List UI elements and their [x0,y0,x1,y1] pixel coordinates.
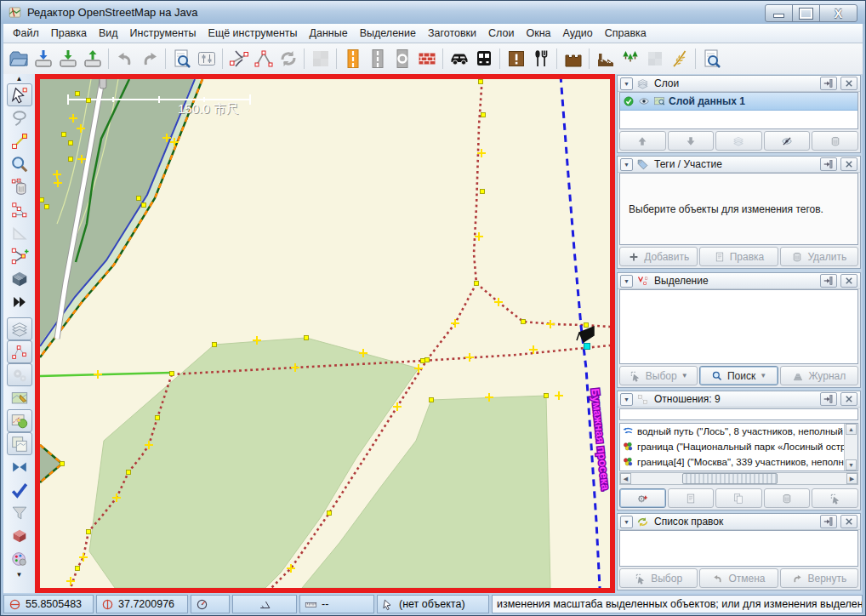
road-preset-button[interactable] [365,47,390,71]
menu-audio[interactable]: Аудио [557,25,599,42]
combine-way-button[interactable] [251,47,276,71]
tags-collapse-button[interactable]: ▼ [620,158,633,171]
menu-data[interactable]: Данные [304,25,354,42]
scroll-up-icon[interactable]: ▲ [846,424,857,435]
selection-search-button[interactable]: Поиск▼ [699,366,778,385]
menu-file[interactable]: Файл [7,25,45,42]
relations-vertical-scrollbar[interactable]: ▲ ▼ [844,424,857,471]
layers-panel-toggle[interactable] [7,317,32,340]
relations-close-button[interactable] [840,392,857,406]
minimize-button[interactable] [765,4,793,22]
merge-nodes-tool-button[interactable] [7,244,32,267]
layer-visible-icon[interactable] [638,95,650,107]
scroll-left-icon[interactable]: ◀ [620,473,631,484]
farmland-preset-button[interactable] [667,47,692,71]
conflicts-panel-toggle[interactable] [7,340,32,363]
more-tools-button[interactable] [7,290,32,313]
layers-pin-button[interactable] [820,77,837,90]
mappaint-panel-toggle[interactable] [7,386,32,409]
menu-view[interactable]: Вид [93,25,124,42]
filter-button[interactable] [7,501,32,524]
delete-tool-button[interactable] [7,175,32,198]
changesets-collapse-button[interactable]: ▼ [620,516,633,528]
draw-node-tool-button[interactable] [7,129,32,152]
merge-layers-button[interactable] [7,455,32,478]
relation-item[interactable]: граница ("Национальный парк «Лосиный ост… [620,439,857,454]
selection-pin-button[interactable] [820,274,837,288]
selection-close-button[interactable] [840,274,857,288]
menu-imagery[interactable]: Слои [482,25,520,42]
gears-panel-toggle[interactable] [7,363,32,386]
layer-active-icon[interactable] [623,95,635,107]
relations-list[interactable]: водный путь ("Лось", 8 участников, непол… [619,423,858,471]
bus-preset-button[interactable] [471,47,496,71]
imagery-panel-toggle[interactable] [7,432,32,455]
relation-item[interactable]: водный путь ("Лось", 8 участников, непол… [620,424,857,439]
layer-row[interactable]: Слой данных 1 [620,93,857,111]
menu-tools[interactable]: Инструменты [124,25,202,42]
update-data-button[interactable] [276,47,300,71]
open-button[interactable] [6,47,31,71]
changesets-list[interactable] [619,530,858,567]
roundabout-preset-button[interactable] [390,47,414,71]
changesets-pin-button[interactable] [820,515,837,528]
layers-close-button[interactable] [840,77,857,90]
split-way-button[interactable] [226,47,251,71]
undo-button[interactable] [112,47,137,71]
redo-button[interactable] [137,47,162,71]
relation-item[interactable]: граница[4] ("Москва", 339 участников, не… [620,454,857,470]
scroll-right-icon[interactable]: ▶ [846,473,857,484]
unglue-tool-button[interactable] [7,198,32,221]
search-objects-button[interactable] [169,47,194,71]
selection-list[interactable] [619,289,858,364]
layer-move-up-button[interactable] [619,131,666,151]
presets-panel-toggle[interactable] [7,409,32,432]
toolbar-scroll-down-button[interactable]: ▼ [9,570,31,579]
menu-edit[interactable]: Правка [45,25,93,42]
tags-pin-button[interactable] [820,157,837,171]
building-tool-button[interactable] [7,267,32,290]
select-tool-button[interactable] [7,83,32,106]
motorway-preset-button[interactable] [340,47,365,71]
zoom-tool-button[interactable] [7,152,32,175]
restaurant-preset-button[interactable] [528,47,553,71]
toolbar-scroll-up-button[interactable]: ▲ [9,74,31,83]
castle-preset-button[interactable] [561,47,585,71]
menu-selection[interactable]: Выделение [354,25,422,42]
layer-delete-button[interactable] [812,131,858,151]
changeset-manager-button[interactable] [7,524,32,547]
map-view[interactable]: 150.0 市尺 150.0 市尺 Бумажная просека [35,74,615,593]
download-button[interactable] [55,47,80,71]
selection-collapse-button[interactable]: ▼ [620,275,633,288]
menu-windows[interactable]: Окна [520,25,556,42]
wall-preset-button[interactable] [414,47,439,71]
forest-preset-button[interactable] [618,47,642,71]
close-button[interactable]: X [819,4,857,22]
scroll-down-icon[interactable]: ▼ [846,459,857,471]
title-bar[interactable]: Редактор OpenStreetMap на Java X [1,1,865,24]
menu-presets[interactable]: Заготовки [422,25,482,42]
relations-filter-input[interactable] [619,408,858,420]
selected-node[interactable] [584,344,590,350]
tags-close-button[interactable] [840,157,857,171]
search-presets-button[interactable] [699,47,724,71]
menu-more-tools[interactable]: Ещё инструменты [202,25,304,42]
layer-visibility-button[interactable] [764,131,811,151]
layer-move-down-button[interactable] [668,131,715,151]
hazard-preset-button[interactable] [504,47,528,71]
preferences-button[interactable] [194,47,219,71]
new-relation-button[interactable] [619,488,666,508]
upload-button[interactable] [80,47,105,71]
lasso-tool-button[interactable] [7,106,32,129]
scrollbar-thumb[interactable] [682,473,778,484]
validator-button[interactable] [7,478,32,501]
relations-horizontal-scrollbar[interactable]: ◀ ▶ [619,472,858,485]
factory-preset-button[interactable] [593,47,618,71]
car-preset-button[interactable] [447,47,471,71]
authors-button[interactable] [7,547,32,570]
changesets-close-button[interactable] [840,515,857,528]
menu-help[interactable]: Справка [599,25,652,42]
relations-collapse-button[interactable]: ▼ [620,393,633,406]
maximize-button[interactable] [792,4,820,22]
relations-pin-button[interactable] [820,392,837,406]
